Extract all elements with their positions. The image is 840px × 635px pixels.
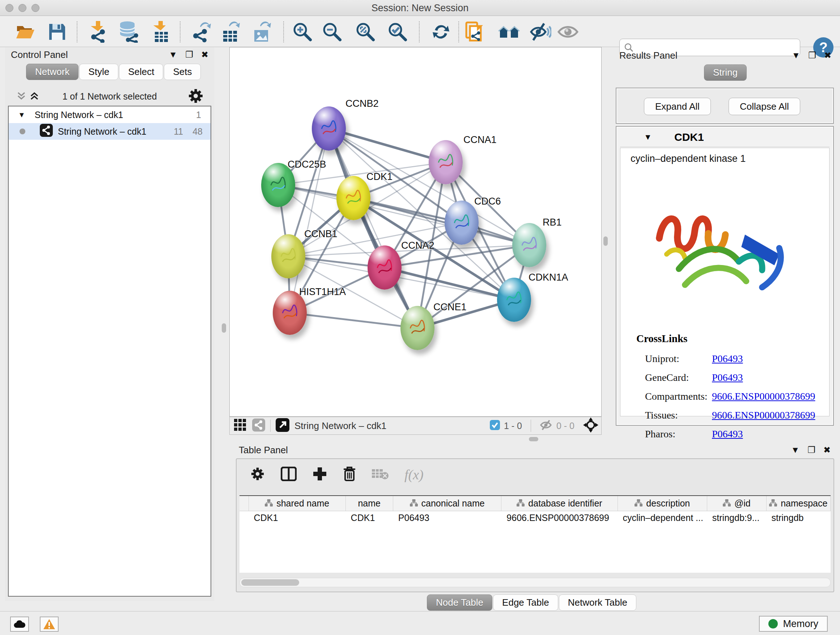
network-list-view-icon[interactable] (252, 418, 265, 433)
edge-CCNB2-CCNE1[interactable] (329, 128, 417, 328)
network-edges[interactable] (230, 48, 601, 416)
warnings-button[interactable] (40, 616, 58, 632)
tab-select[interactable]: Select (119, 64, 163, 80)
show-column-panel-icon[interactable] (281, 467, 297, 483)
protein-squiggle-icon (436, 150, 456, 173)
zoom-selected-button[interactable] (386, 20, 409, 43)
import-network-file-button[interactable] (87, 20, 110, 43)
import-network-database-button[interactable] (117, 20, 140, 43)
table-options-gear-icon[interactable] (250, 467, 265, 483)
node-CCNB2[interactable] (312, 106, 346, 150)
tab-network[interactable]: Network (26, 64, 79, 80)
zoom-out-button[interactable] (321, 20, 344, 43)
new-network-from-selection-button[interactable] (463, 20, 486, 43)
crosslink-link[interactable]: P06493 (712, 428, 743, 440)
panel-collapse-icon[interactable]: ▼ (791, 445, 800, 455)
column-header-canonical-name[interactable]: canonical name (393, 496, 502, 511)
table-cell: 9606.ENSP00000378699 (501, 511, 617, 526)
table-header-row: shared namenamecanonical namedatabase id… (240, 496, 831, 511)
disclosure-triangle-icon[interactable]: ▼ (18, 111, 25, 119)
delete-column-icon[interactable] (343, 466, 356, 483)
column-header-shared-name[interactable]: shared name (249, 496, 346, 511)
column-label: database identifier (528, 498, 602, 509)
network-canvas[interactable]: CCNB2CCNA1CDC25BCDK1CDC6RB1CCNB1CCNA2CDK… (229, 47, 602, 417)
node-CDKN1A[interactable] (497, 278, 531, 322)
splitter-handle-horizontal[interactable] (529, 437, 538, 441)
tab-edge-table[interactable]: Edge Table (493, 594, 558, 611)
tab-sets[interactable]: Sets (164, 64, 201, 80)
tab-string[interactable]: String (704, 65, 747, 81)
memory-button[interactable]: Memory (759, 616, 828, 632)
zoom-in-button[interactable] (291, 20, 314, 43)
table-row[interactable]: CDK1CDK1P064939606.ENSP00000378699cyclin… (240, 511, 831, 526)
splitter-handle-left[interactable] (222, 323, 226, 333)
collapse-entry-icon[interactable]: ▼ (644, 133, 652, 142)
string-home-button[interactable] (497, 20, 521, 43)
crosslink-row: Tissues:9606.ENSP00000378699 (645, 406, 822, 424)
birds-eye-crosshair-icon[interactable] (583, 417, 598, 434)
table-horizontal-scrollbar[interactable] (240, 578, 831, 587)
open-session-button[interactable] (14, 20, 37, 43)
hide-selected-button[interactable] (529, 20, 552, 43)
edge-CCNB2-HIST1H1A[interactable] (290, 128, 329, 313)
crosslink-link[interactable]: 9606.ENSP00000378699 (712, 409, 815, 421)
hidden-counts: 0 - 0 (556, 421, 575, 431)
show-all-button[interactable] (556, 20, 579, 43)
cloud-status-button[interactable] (10, 616, 29, 632)
node-RB1[interactable] (512, 223, 546, 267)
column-header-description[interactable]: description (618, 496, 707, 511)
column-header--id[interactable]: @id (707, 496, 767, 511)
column-label: namespace (781, 498, 827, 509)
column-header-database-identifier[interactable]: database identifier (501, 496, 617, 511)
delete-table-icon (372, 468, 388, 481)
network-collection-row[interactable]: ▼ String Network – cdk1 1 (9, 106, 210, 123)
network-row-selected[interactable]: String Network – cdk1 11 48 (9, 123, 210, 140)
tab-network-table[interactable]: Network Table (559, 594, 636, 611)
splitter-handle-right[interactable] (603, 236, 608, 246)
panel-collapse-icon[interactable]: ▼ (169, 49, 178, 60)
detach-view-icon[interactable] (276, 418, 289, 433)
zoom-fit-icon (355, 22, 376, 42)
selected-checkbox-icon[interactable] (489, 420, 500, 432)
panel-close-icon[interactable]: ✖ (824, 50, 831, 61)
node-CDC6[interactable] (445, 201, 478, 245)
zoom-fit-button[interactable] (354, 20, 377, 43)
save-session-button[interactable] (46, 20, 69, 43)
export-image-button[interactable] (250, 20, 273, 43)
node-CCNE1[interactable] (401, 306, 434, 350)
node-CDK1[interactable] (336, 176, 370, 220)
node-label-CDKN1A: CDKN1A (529, 272, 568, 283)
expand-all-button[interactable]: Expand All (644, 98, 711, 115)
tab-style[interactable]: Style (79, 64, 118, 80)
crosslink-link[interactable]: P06493 (712, 372, 743, 383)
column-header-namespace[interactable]: namespace (767, 496, 831, 511)
panel-collapse-icon[interactable]: ▼ (792, 50, 801, 61)
column-label: description (646, 498, 690, 509)
export-network-button[interactable] (189, 20, 213, 43)
panel-close-icon[interactable]: ✖ (201, 49, 208, 60)
scrollbar-thumb[interactable] (241, 579, 299, 586)
column-header-name[interactable]: name (346, 496, 393, 511)
crosslink-link[interactable]: P06493 (712, 353, 743, 364)
crosslink-link[interactable]: 9606.ENSP00000378699 (712, 391, 815, 402)
node-CCNB1[interactable] (271, 234, 305, 279)
import-table-file-button[interactable] (149, 20, 172, 43)
panel-float-icon[interactable]: ❐ (808, 50, 816, 61)
network-options-gear-icon[interactable] (188, 88, 203, 105)
edge-count: 48 (193, 126, 202, 137)
apply-layout-button[interactable] (429, 20, 453, 43)
node-CCNA1[interactable] (429, 140, 463, 184)
node-CCNA2[interactable] (368, 245, 401, 290)
panel-float-icon[interactable]: ❐ (807, 445, 815, 455)
collapse-all-button[interactable]: Collapse All (729, 98, 800, 115)
node-count: 11 (174, 126, 183, 137)
grid-view-icon[interactable] (234, 419, 246, 432)
panel-float-icon[interactable]: ❐ (185, 49, 193, 60)
tab-node-table[interactable]: Node Table (427, 594, 493, 611)
protein-squiggle-icon (319, 117, 339, 140)
add-column-icon[interactable] (313, 467, 327, 483)
edge-CCNE1-HIST1H1A[interactable] (290, 313, 417, 328)
panel-close-icon[interactable]: ✖ (823, 445, 831, 455)
control-panel-tabs: NetworkStyleSelectSets (26, 64, 202, 80)
export-table-button[interactable] (219, 20, 242, 43)
